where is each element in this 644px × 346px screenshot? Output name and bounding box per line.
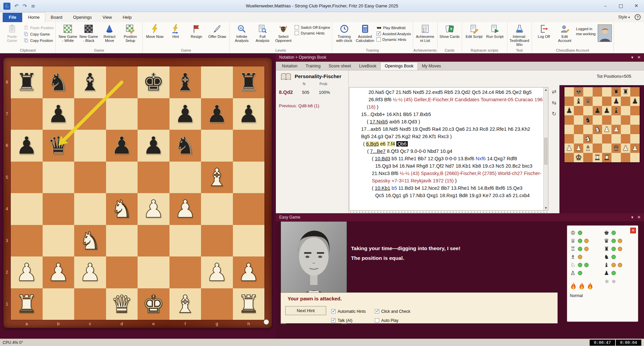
panel-tab-notation[interactable]: Notation [278, 62, 302, 70]
square-g3[interactable] [201, 225, 233, 257]
square-h8[interactable]: ♜ [233, 66, 265, 98]
paste-game-button[interactable]: Paste Game [2, 23, 22, 43]
checkbox[interactable] [295, 25, 299, 30]
checkbox[interactable] [331, 309, 336, 313]
square-c1[interactable] [74, 288, 106, 320]
cards-close-button[interactable]: ✕ [630, 228, 636, 233]
square-b6[interactable]: ♛ [43, 130, 75, 162]
app-icon[interactable]: ♘ [3, 3, 10, 10]
notation-move[interactable]: 15.Qg3 b4 16.Na4 Rhg8 17.Qf2 Nd7 18.Kb1 … [375, 163, 532, 169]
notation-move[interactable]: axb5 18.Qd3 ) [388, 119, 420, 124]
square-g4[interactable] [201, 193, 233, 225]
square-c3[interactable]: ♞ [74, 225, 106, 257]
square-g8[interactable] [201, 66, 233, 98]
notation-move[interactable]: ( [367, 149, 370, 154]
square-d4[interactable]: ♞ [106, 193, 138, 225]
move-now-button[interactable]: Move Now [144, 23, 165, 39]
retract-move-button[interactable]: Retract Move [99, 23, 120, 43]
black-rook[interactable]: ♜ [233, 66, 265, 98]
quick-access-menu-icon[interactable]: ≡ [31, 3, 35, 9]
notation-move[interactable]: b5 11.Rhe1 Bb7 12.Qg3 0-0-0 13.Bxf6 [390, 156, 476, 161]
click-and-check-checkbox[interactable]: Click and Check [375, 307, 432, 316]
panel-tab-livebook[interactable]: LiveBook [355, 62, 380, 70]
automatic-hints-checkbox[interactable]: Automatic Hints [331, 307, 375, 316]
notation-move[interactable]: 11.Bd3 b4 12.Nce2 Bb7 13.Rhe1 h6 14.Bxf6… [397, 185, 523, 191]
notation-move[interactable]: 20.Na5 Qc7 21.Nd5 Nxd5 22.exd5 Rb5 23.Qd… [368, 90, 532, 95]
compare-icon[interactable]: ⇄ [550, 89, 558, 95]
notation-move[interactable]: ( [372, 156, 375, 161]
internal-testinboardwin-button[interactable]: Internal: TestInBoardWin [509, 23, 530, 47]
checkbox[interactable] [331, 318, 336, 323]
square-f3[interactable] [169, 225, 201, 257]
square-f7[interactable]: ♟ [169, 98, 201, 130]
white-bishop[interactable]: ♝ [169, 288, 201, 320]
square-a6[interactable]: ♟ [11, 130, 43, 162]
square-c5[interactable] [74, 162, 106, 193]
select-opponent-button[interactable]: Select Opponent [273, 23, 294, 43]
pane-splitter[interactable] [348, 70, 349, 213]
black-bishop[interactable]: ♝ [169, 66, 201, 98]
checkbox[interactable] [295, 31, 299, 35]
notation-move[interactable]: ( [363, 141, 366, 147]
new-game-white-button[interactable]: New Game - White [57, 23, 78, 43]
notation-move[interactable]: 21.Nxc3 Bf6 [372, 171, 400, 176]
maximize-button[interactable]: □ [613, 0, 629, 12]
square-h6[interactable] [233, 130, 265, 162]
copy-position-button[interactable]: Copy Position [23, 38, 54, 43]
square-a8[interactable]: ♜ [11, 66, 43, 98]
notation-move[interactable]: ) [376, 104, 379, 110]
square-e5[interactable] [138, 162, 169, 193]
white-queen[interactable]: ♛ [106, 288, 138, 320]
black-queen[interactable]: ♛ [43, 130, 75, 162]
square-f4[interactable]: ♟ [169, 193, 201, 225]
square-d5[interactable] [106, 162, 138, 193]
copy-game-button[interactable]: Copy Game [23, 32, 54, 37]
square-h1[interactable]: ♜ [233, 288, 265, 320]
notation-move[interactable]: 15...Qxb6+ 16.Kh1 Bb5 17.Bxb5 [361, 112, 431, 117]
square-h5[interactable] [233, 162, 265, 193]
square-f5[interactable] [169, 162, 201, 193]
account-avatar[interactable] [598, 24, 612, 42]
collapse-icon[interactable]: ▾ [631, 53, 633, 62]
redo-icon[interactable]: ↷ [23, 3, 27, 9]
close-icon[interactable]: ✕ [637, 213, 641, 222]
square-a4[interactable] [11, 193, 43, 225]
log-off-button[interactable]: Log Off [534, 23, 554, 39]
square-c6[interactable] [74, 130, 106, 162]
square-c7[interactable] [74, 98, 106, 130]
notation-move[interactable]: Qc5 16.Qg1 g5 17.Nb3 Qxg1 18.Rxg1 Bd8 19… [375, 193, 530, 198]
black-pawn[interactable]: ♟ [201, 98, 233, 130]
black-knight[interactable]: ♞ [169, 130, 201, 162]
square-a7[interactable] [11, 98, 43, 130]
scroll-up-arrow[interactable]: ▲ [544, 88, 548, 91]
white-rook[interactable]: ♜ [233, 288, 265, 320]
black-king[interactable]: ♚ [138, 66, 169, 98]
white-knight[interactable]: ♞ [106, 193, 138, 225]
position-setup-button[interactable]: Position Setup [120, 23, 141, 43]
black-pawn[interactable]: ♟ [138, 130, 169, 162]
resign-button[interactable]: Resign [186, 23, 207, 39]
square-a3[interactable] [11, 225, 43, 257]
achievement-list-button[interactable]: Achievement List [415, 23, 436, 43]
notation-move[interactable]: 17...axb5 18.Nd5 Nxd5 19.Qxd5 Ra4 20.c3 … [361, 126, 530, 132]
notation-move[interactable]: 8.Qf3 Qc7 9.0-0-0 Nbd7 10.g4 [386, 149, 452, 154]
switch-off-engine-checkbox[interactable]: Switch Off Engine [295, 25, 330, 30]
notation-move[interactable]: 26.Rf3 Bf6 [368, 97, 393, 102]
square-h7[interactable]: ♟ [233, 98, 265, 130]
notation-move[interactable]: 14.Qxg7 Rdf8 [486, 156, 517, 161]
undo-icon[interactable]: ↶ [14, 3, 19, 9]
vertical-scrollbar[interactable]: ▲ ▼ [543, 88, 548, 210]
show-cards-button[interactable]: Show Cards [439, 23, 460, 39]
notation-move[interactable]: 17.Nxb5 [370, 119, 388, 124]
panel-tab-openings-book[interactable]: Openings Book [380, 62, 417, 70]
square-e2[interactable] [138, 256, 169, 288]
notation-move[interactable]: 6.Bg5 [366, 141, 379, 147]
white-bishop[interactable]: ♝ [201, 162, 233, 193]
square-e6[interactable]: ♟ [138, 130, 169, 162]
black-pawn[interactable]: ♟ [11, 130, 43, 162]
collapse-icon[interactable]: ▾ [631, 213, 633, 222]
menu-tab-view[interactable]: View [97, 13, 117, 22]
auto-play-checkbox[interactable]: Auto Play [375, 316, 432, 325]
run-script-button[interactable]: Run Script [485, 23, 505, 39]
square-c8[interactable]: ♝ [74, 66, 106, 98]
